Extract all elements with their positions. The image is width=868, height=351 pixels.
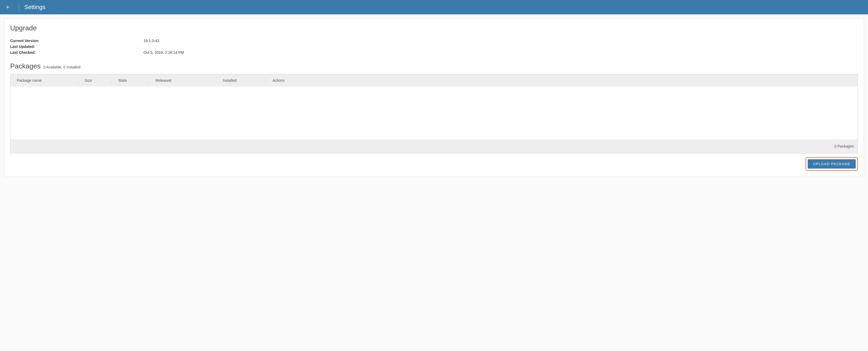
packages-table-footer: 0 Packages [10,139,858,153]
actions-row: UPLOAD PACKAGE [10,157,858,171]
packages-table-body [10,86,858,139]
column-header-state[interactable]: State [112,77,149,83]
upload-button-highlight: UPLOAD PACKAGE [806,157,858,171]
current-version-label: Current Version: [10,39,144,43]
last-updated-label: Last Updated: [10,44,144,49]
column-header-package-name[interactable]: Package name [10,77,78,83]
column-header-installed[interactable]: Installed [216,77,266,83]
info-row-current-version: Current Version: 19.1.0-43 [10,39,858,43]
packages-section-title: Packages [10,62,40,70]
header-divider [19,3,19,11]
column-header-actions: Actions [266,77,858,83]
packages-count: 0 Packages [834,144,854,148]
upload-package-button[interactable]: UPLOAD PACKAGE [808,159,856,169]
arrow-left-icon [6,5,10,9]
current-version-value: 19.1.0-43 [144,39,159,43]
last-checked-value: Oct 5, 2019, 2:18:14 PM [144,50,184,55]
info-row-last-checked: Last Checked: Oct 5, 2019, 2:18:14 PM [10,50,858,55]
column-header-size[interactable]: Size [78,77,112,83]
header-bar: Settings [0,0,868,14]
upgrade-section-title: Upgrade [10,24,858,32]
main-panel: Upgrade Current Version: 19.1.0-43 Last … [4,19,864,177]
content-wrapper: Upgrade Current Version: 19.1.0-43 Last … [0,14,868,181]
page-title: Settings [24,4,45,11]
packages-table-header: Package name Size State Released Install… [10,74,858,86]
info-row-last-updated: Last Updated: [10,44,858,49]
packages-summary: 0 Available, 0 Installed [43,65,80,69]
last-checked-label: Last Checked: [10,50,144,55]
back-button[interactable] [5,4,11,10]
packages-header: Packages 0 Available, 0 Installed [10,62,858,70]
packages-table: Package name Size State Released Install… [10,74,858,153]
column-header-released[interactable]: Released [149,77,216,83]
